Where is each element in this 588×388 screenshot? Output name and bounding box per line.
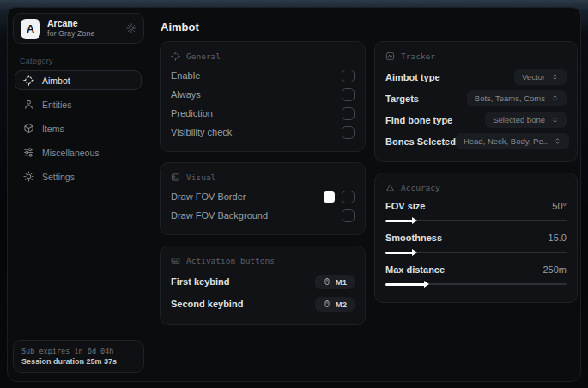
second-keybind-button[interactable]: M2	[315, 297, 355, 312]
setting-label: Targets	[385, 94, 419, 104]
chevron-up-down-icon	[551, 94, 559, 102]
accuracy-card: Accuracy FOV size 50° Smoothness	[374, 173, 578, 303]
sidebar-item-entities[interactable]: Entities	[15, 94, 142, 114]
setting-label: Find bone type	[385, 115, 452, 125]
left-column: General Enable Always Prediction Visibil…	[160, 41, 366, 325]
chevron-up-down-icon	[551, 73, 559, 81]
sidebar-item-settings[interactable]: Settings	[15, 167, 142, 186]
card-title: Visual	[186, 173, 215, 182]
find-bone-type-select[interactable]: Selected bone	[485, 112, 567, 128]
first-keybind-button[interactable]: M1	[315, 275, 355, 289]
keybind-value: M2	[336, 300, 347, 309]
setting-label: Second keybind	[171, 299, 243, 309]
right-column: Tracker Aimbot type Vector Targets Bots,…	[374, 41, 578, 303]
chevron-up-down-icon	[554, 137, 561, 145]
setting-row-draw-fov-background: Draw FOV Background	[171, 206, 355, 225]
always-checkbox[interactable]	[342, 88, 355, 101]
sidebar-item-miscellaneous[interactable]: Miscellaneous	[15, 142, 142, 162]
visual-card: Visual Draw FOV Border Draw FOV Backgrou…	[160, 162, 366, 235]
gear-icon	[23, 171, 34, 182]
draw-fov-background-checkbox[interactable]	[342, 209, 355, 222]
mouse-icon	[323, 277, 331, 286]
setting-label: Smoothness	[385, 233, 442, 243]
page-title: Aimbot	[161, 21, 199, 33]
slider-fill	[385, 220, 413, 222]
crosshair-icon	[23, 75, 34, 86]
sidebar-nav: Aimbot Entities Items Miscellaneous Sett…	[15, 70, 142, 186]
setting-label: Enable	[171, 70, 200, 81]
setting-label: Max distance	[385, 264, 445, 275]
setting-row-max-distance: Max distance 250m	[385, 261, 567, 288]
color-swatch[interactable]	[324, 191, 335, 203]
visibility-check-checkbox[interactable]	[342, 126, 355, 139]
sidebar-item-label: Settings	[42, 172, 75, 182]
setting-row-first-keybind: First keybind M1	[171, 270, 355, 293]
keybind-value: M1	[336, 277, 347, 287]
gear-icon[interactable]	[126, 23, 136, 33]
card-title: General	[186, 52, 221, 61]
setting-label: Draw FOV Border	[171, 191, 246, 202]
card-title: Tracker	[401, 52, 435, 61]
sidebar-item-label: Aimbot	[42, 76, 70, 86]
setting-row-targets: Targets Bots, Teams, Coms	[385, 88, 567, 109]
brand-card: A Arcane for Gray Zone	[13, 13, 144, 44]
setting-row-always: Always	[171, 85, 355, 104]
setting-row-second-keybind: Second keybind M2	[171, 293, 355, 315]
setting-label: Prediction	[171, 108, 213, 118]
setting-row-enable: Enable	[171, 66, 355, 85]
slider-fill	[385, 283, 425, 286]
setting-label: Draw FOV Background	[171, 210, 268, 221]
draw-fov-border-checkbox[interactable]	[342, 191, 355, 203]
card-title: Activation buttons	[186, 256, 275, 265]
slider-value: 50°	[552, 201, 567, 211]
main-panel: Aimbot General Enable Always Prediction	[149, 8, 580, 381]
sidebar-item-label: Miscellaneous	[42, 148, 100, 158]
aimbot-type-select[interactable]: Vector	[514, 69, 567, 85]
max-distance-slider[interactable]	[385, 280, 567, 288]
select-value: Selected bone	[493, 115, 545, 124]
select-value: Vector	[522, 72, 545, 82]
sliders-icon	[23, 147, 34, 158]
smoothness-slider[interactable]	[385, 248, 567, 257]
brand-logo: A	[21, 19, 40, 39]
fov-size-slider[interactable]	[385, 216, 567, 225]
setting-row-fov-size: FOV size 50°	[385, 197, 567, 225]
setting-label: Aimbot type	[385, 72, 440, 82]
enable-checkbox[interactable]	[342, 70, 355, 82]
activity-icon	[385, 52, 395, 61]
sidebar-item-items[interactable]: Items	[15, 118, 142, 138]
setting-label: Visibility check	[171, 127, 232, 137]
bones-selected-select[interactable]: Head, Neck, Body, Pe..	[456, 133, 569, 149]
setting-label: First keybind	[171, 276, 229, 287]
select-value: Bots, Teams, Coms	[475, 94, 545, 103]
person-icon	[23, 99, 34, 110]
setting-label: Bones Selected	[385, 136, 456, 147]
sidebar-item-label: Entities	[42, 100, 71, 110]
card-title: Accuracy	[401, 183, 440, 192]
activation-buttons-card: Activation buttons First keybind M1 Seco…	[160, 246, 366, 325]
sub-expiry-text: Sub expires in 6d 04h	[21, 347, 136, 355]
brand-subtitle: for Gray Zone	[47, 29, 126, 39]
keyboard-icon	[171, 256, 180, 265]
crosshair-icon	[171, 52, 180, 61]
category-label: Category	[20, 57, 53, 65]
session-duration-text: Session duration 25m 37s	[21, 357, 136, 366]
sidebar-item-label: Items	[42, 124, 64, 134]
subscription-info-card: Sub expires in 6d 04h Session duration 2…	[13, 340, 144, 373]
setting-row-draw-fov-border: Draw FOV Border	[171, 187, 355, 206]
image-icon	[171, 173, 180, 182]
setting-label: FOV size	[385, 201, 425, 211]
targets-select[interactable]: Bots, Teams, Coms	[467, 90, 567, 106]
setting-row-prediction: Prediction	[171, 104, 355, 123]
slider-value: 15.0	[549, 233, 567, 243]
tracker-card: Tracker Aimbot type Vector Targets Bots,…	[374, 41, 578, 162]
brand-name: Arcane	[47, 18, 126, 28]
sidebar: A Arcane for Gray Zone Category Aimbot E…	[8, 8, 149, 381]
setting-label: Always	[171, 89, 201, 100]
setting-row-smoothness: Smoothness 15.0	[385, 229, 567, 257]
sidebar-item-aimbot[interactable]: Aimbot	[15, 70, 142, 90]
slider-value: 250m	[543, 264, 567, 275]
prediction-checkbox[interactable]	[342, 107, 355, 120]
app-window: A Arcane for Gray Zone Category Aimbot E…	[7, 7, 581, 382]
chevron-up-down-icon	[551, 116, 559, 124]
